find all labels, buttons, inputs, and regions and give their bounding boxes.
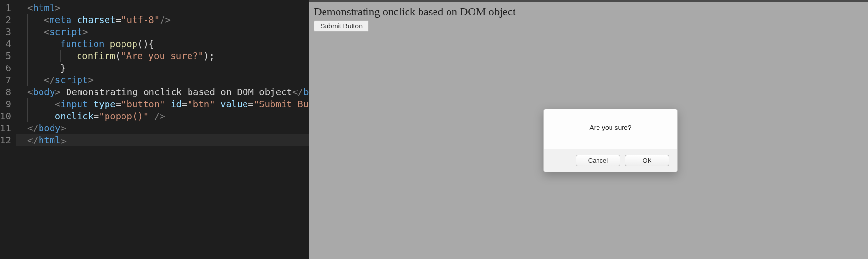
- page-heading: Demonstrating onclick based on DOM objec…: [314, 6, 863, 18]
- code-token: type: [94, 99, 116, 109]
- code-token: <: [55, 99, 60, 109]
- code-line[interactable]: confirm("Are you sure?");: [16, 50, 336, 62]
- code-token: value: [220, 99, 248, 109]
- code-token: "btn": [187, 99, 215, 109]
- code-token: [215, 99, 220, 109]
- code-line[interactable]: <meta charset="utf-8"/>: [16, 14, 336, 26]
- code-token: "popop()": [99, 111, 149, 121]
- code-token: }: [60, 63, 66, 73]
- code-token: body: [39, 123, 61, 133]
- line-number: 12: [0, 134, 11, 146]
- code-area[interactable]: <html><meta charset="utf-8"/><script>fun…: [16, 2, 336, 259]
- code-token: =: [182, 99, 187, 109]
- code-token: [165, 99, 171, 109]
- line-number: 2: [0, 14, 11, 26]
- code-line[interactable]: </script>: [16, 74, 336, 86]
- code-line[interactable]: </html>: [16, 134, 336, 146]
- code-token: (: [115, 51, 121, 61]
- line-number: 7: [0, 74, 11, 86]
- code-editor-pane: 123456789101112 <html><meta charset="utf…: [0, 0, 309, 259]
- code-token: >: [88, 75, 93, 85]
- code-token: <: [27, 87, 33, 97]
- code-token: "utf-8": [121, 14, 160, 25]
- code-token: >: [55, 87, 60, 97]
- line-number: 5: [0, 50, 11, 62]
- code-token: input: [60, 99, 88, 109]
- confirm-dialog-footer: Cancel OK: [544, 149, 677, 172]
- code-token: =: [116, 99, 121, 109]
- code-token: <: [44, 26, 49, 37]
- code-line[interactable]: <input type="button" id="btn" value="Sub…: [16, 98, 336, 110]
- code-token: charset: [77, 14, 116, 25]
- code-token: Demonstrating onclick based on DOM objec…: [61, 87, 292, 97]
- confirm-dialog-message: Are you sure?: [544, 109, 677, 149]
- code-token: "Are you sure?": [121, 51, 203, 61]
- code-token: body: [33, 87, 55, 97]
- code-token: popop: [110, 39, 137, 49]
- code-token: [88, 99, 93, 109]
- code-token: =: [94, 111, 99, 121]
- code-token: [71, 14, 77, 25]
- code-token: id: [171, 99, 182, 109]
- code-token: </: [27, 123, 39, 133]
- code-token: =: [116, 14, 121, 25]
- line-number: 1: [0, 2, 11, 14]
- code-token: confirm: [77, 51, 115, 61]
- code-line[interactable]: <script>: [16, 26, 336, 38]
- code-token: script: [49, 26, 82, 37]
- code-token: [149, 111, 154, 121]
- cancel-button[interactable]: Cancel: [576, 155, 620, 166]
- code-token: >: [82, 26, 88, 37]
- code-token: [104, 39, 109, 49]
- line-number: 6: [0, 62, 11, 74]
- code-token: function: [60, 39, 105, 49]
- code-token: </: [44, 75, 55, 85]
- code-token: </: [27, 135, 39, 145]
- code-token: =: [248, 99, 253, 109]
- code-token: "button": [121, 99, 165, 109]
- code-token: <: [27, 2, 33, 13]
- code-token: meta: [49, 14, 71, 25]
- browser-preview-pane: Demonstrating onclick based on DOM objec…: [309, 0, 868, 259]
- line-number: 11: [0, 122, 11, 134]
- cursor: >: [61, 135, 67, 145]
- code-token: script: [55, 75, 88, 85]
- code-token: [44, 99, 55, 109]
- line-number: 8: [0, 86, 11, 98]
- code-token: >: [61, 123, 66, 133]
- submit-button[interactable]: [314, 20, 369, 32]
- code-line[interactable]: <html>: [16, 2, 336, 14]
- line-number: 9: [0, 98, 11, 110]
- code-token: onclick: [55, 111, 94, 121]
- code-token: [44, 111, 55, 121]
- line-number: 10: [0, 110, 11, 122]
- code-line[interactable]: function popop(){: [16, 38, 336, 50]
- code-token: />: [154, 111, 165, 121]
- confirm-dialog: Are you sure? Cancel OK: [543, 109, 678, 172]
- ok-button[interactable]: OK: [625, 155, 669, 166]
- code-line[interactable]: onclick="popop()" />: [16, 110, 336, 122]
- code-line[interactable]: </body>: [16, 122, 336, 134]
- code-token: >: [55, 2, 60, 13]
- code-token: </: [292, 87, 303, 97]
- code-line[interactable]: <body> Demonstrating onclick based on DO…: [16, 86, 336, 98]
- code-token: );: [203, 51, 215, 61]
- code-token: />: [160, 14, 171, 25]
- code-token: <: [44, 14, 49, 25]
- line-number-gutter: 123456789101112: [0, 2, 16, 259]
- code-token: html: [39, 135, 61, 145]
- line-number: 3: [0, 26, 11, 38]
- code-token: (){: [137, 39, 154, 49]
- code-line[interactable]: }: [16, 62, 336, 74]
- line-number: 4: [0, 38, 11, 50]
- code-token: html: [33, 2, 55, 13]
